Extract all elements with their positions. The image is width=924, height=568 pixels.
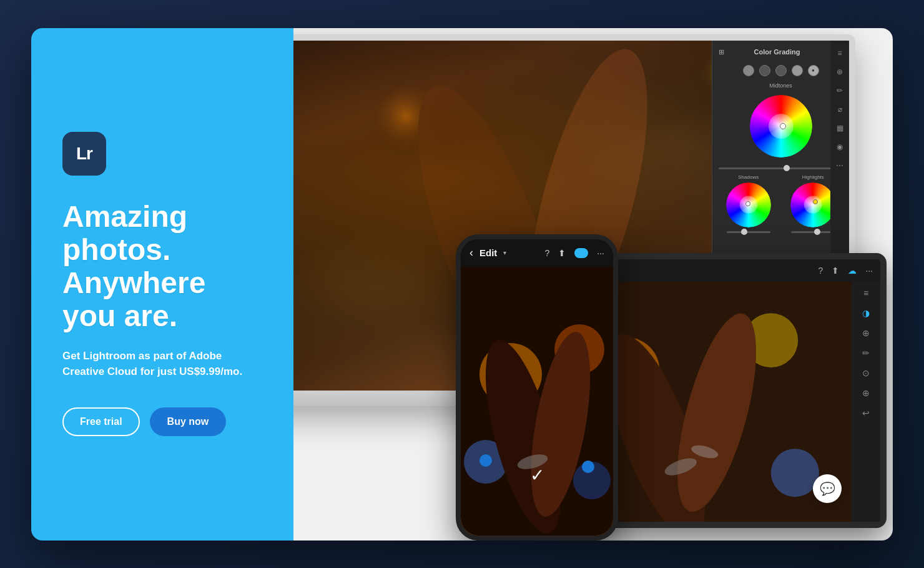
shadows-label: Shadows bbox=[738, 174, 759, 180]
buy-now-button[interactable]: Buy now bbox=[150, 407, 227, 436]
phone-dot-left bbox=[479, 454, 492, 467]
shadows-wheel[interactable] bbox=[726, 182, 771, 227]
midtones-label: Midtones bbox=[719, 82, 843, 89]
phone-question-icon[interactable]: ? bbox=[545, 248, 550, 258]
lr-logo: Lr bbox=[62, 132, 106, 176]
tablet-tool-color[interactable]: ◑ bbox=[862, 308, 870, 318]
chat-button[interactable]: 💬 bbox=[813, 474, 842, 503]
midtones-slider[interactable] bbox=[719, 167, 843, 169]
phone-dropdown-arrow[interactable]: ▾ bbox=[503, 249, 506, 256]
laptop-tool-6[interactable]: ◉ bbox=[835, 142, 845, 152]
tablet-question-icon[interactable]: ? bbox=[818, 266, 823, 276]
panel-header: ⊞ Color Grading ⊟ ▾ bbox=[719, 48, 843, 56]
phone-dot-right bbox=[582, 461, 594, 473]
headline: Amazing photos. Anywhere you are. bbox=[62, 201, 262, 332]
phone-cloud-icon[interactable] bbox=[574, 248, 588, 258]
laptop-tool-7[interactable]: ⋯ bbox=[835, 161, 845, 171]
panel-title: Color Grading bbox=[754, 48, 800, 56]
tablet-tool-brush[interactable]: ✏ bbox=[862, 348, 870, 358]
highlights-wheel[interactable] bbox=[790, 182, 835, 227]
main-container: Lr Amazing photos. Anywhere you are. Get… bbox=[31, 28, 893, 541]
tablet-cloud-icon[interactable]: ☁ bbox=[848, 266, 857, 276]
headline-line2: Anywhere you are. bbox=[62, 266, 205, 332]
highlights-thumb[interactable] bbox=[814, 229, 820, 235]
phone-edit-label[interactable]: Edit bbox=[479, 247, 497, 258]
tablet-tool-history[interactable]: ↩ bbox=[862, 408, 870, 418]
shadows-highlights-section: Shadows bbox=[719, 174, 843, 234]
phone-mockup: ‹ Edit ▾ ? ⬆ ··· bbox=[456, 234, 618, 541]
phone-back-button[interactable]: ‹ bbox=[469, 246, 473, 259]
laptop-tool-3[interactable]: ✏ bbox=[835, 86, 845, 96]
tablet-right-sidebar: ≡ ◑ ⊕ ✏ ⊙ ⊕ ↩ bbox=[852, 282, 880, 522]
phone-photo bbox=[461, 267, 613, 536]
tablet-tool-adjust[interactable]: ⊕ bbox=[862, 328, 870, 338]
highlights-slider[interactable] bbox=[791, 231, 835, 233]
shadows-thumb[interactable] bbox=[741, 229, 747, 235]
shadows-section: Shadows bbox=[719, 174, 779, 234]
tone-3[interactable] bbox=[792, 65, 803, 76]
midtones-wheel[interactable] bbox=[750, 95, 812, 157]
tablet-more-icon[interactable]: ··· bbox=[865, 266, 873, 276]
laptop-tool-2[interactable]: ⊕ bbox=[835, 67, 845, 77]
right-panel: ⊞ Color Grading ⊟ ▾ bbox=[293, 28, 893, 541]
laptop-tool-4[interactable]: ⌀ bbox=[835, 104, 845, 114]
phone-inner: ‹ Edit ▾ ? ⬆ ··· bbox=[461, 239, 613, 536]
shadows-dot[interactable] bbox=[745, 201, 750, 206]
slider-thumb[interactable] bbox=[784, 165, 790, 171]
tablet-topbar-icons: ? ⬆ ☁ ··· bbox=[818, 266, 873, 276]
tone-4[interactable]: ● bbox=[808, 65, 819, 76]
tone-icons: ● bbox=[719, 65, 843, 76]
tone-all[interactable] bbox=[743, 65, 754, 76]
highlights-center bbox=[804, 196, 822, 214]
left-panel: Lr Amazing photos. Anywhere you are. Get… bbox=[31, 28, 293, 541]
tablet-share-icon[interactable]: ⬆ bbox=[832, 266, 839, 276]
lr-logo-text: Lr bbox=[76, 144, 92, 164]
cta-buttons: Free trial Buy now bbox=[62, 407, 262, 436]
phone-more-icon[interactable]: ··· bbox=[597, 248, 604, 258]
phone-checkmark: ✓ bbox=[530, 465, 544, 486]
panel-title-icon: ⊞ bbox=[719, 48, 724, 56]
chat-icon: 💬 bbox=[820, 481, 835, 496]
shadows-slider[interactable] bbox=[727, 231, 770, 233]
tone-1[interactable] bbox=[759, 65, 770, 76]
highlights-label: Highlights bbox=[802, 174, 824, 180]
tablet-tool-eye[interactable]: ⊙ bbox=[862, 368, 870, 378]
tone-2[interactable] bbox=[775, 65, 787, 76]
phone-share-icon[interactable]: ⬆ bbox=[558, 248, 566, 258]
phone-topbar: ‹ Edit ▾ ? ⬆ ··· bbox=[461, 239, 613, 267]
laptop-tool-5[interactable]: ▦ bbox=[835, 123, 845, 133]
subheadline: Get Lightroom as part of Adobe Creative … bbox=[62, 348, 262, 380]
tablet-tool-settings[interactable]: ≡ bbox=[863, 288, 868, 298]
free-trial-button[interactable]: Free trial bbox=[62, 407, 140, 436]
tablet-tool-radial[interactable]: ⊕ bbox=[862, 388, 870, 398]
laptop-tool-1[interactable]: ≡ bbox=[835, 48, 845, 58]
phone-topbar-right: ? ⬆ ··· bbox=[545, 248, 604, 258]
wheel-dot[interactable] bbox=[780, 123, 786, 129]
headline-line1: Amazing photos. bbox=[62, 200, 187, 266]
svg-point-11 bbox=[771, 449, 819, 497]
